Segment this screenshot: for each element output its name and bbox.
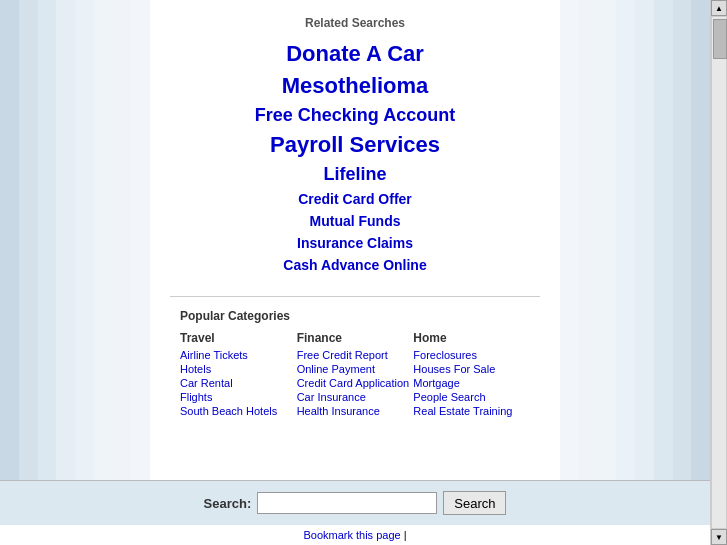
categories-grid: Travel Airline Tickets Hotels Car Rental… xyxy=(180,331,530,419)
category-col-travel: Travel Airline Tickets Hotels Car Rental… xyxy=(180,331,297,419)
link-car-rental[interactable]: Car Rental xyxy=(180,377,297,389)
popular-categories-title: Popular Categories xyxy=(180,309,530,323)
scroll-track[interactable] xyxy=(711,16,727,529)
stripe-r1 xyxy=(560,0,579,480)
related-searches-heading: Related Searches xyxy=(305,16,405,30)
category-heading-travel: Travel xyxy=(180,331,297,345)
link-health-insurance[interactable]: Health Insurance xyxy=(297,405,414,417)
stripe-6 xyxy=(94,0,113,480)
page-container: Related Searches Donate A Car Mesothelio… xyxy=(0,0,727,545)
related-link-donate-a-car[interactable]: Donate A Car xyxy=(286,41,424,67)
link-flights[interactable]: Flights xyxy=(180,391,297,403)
center-content: Related Searches Donate A Car Mesothelio… xyxy=(150,0,560,480)
link-south-beach-hotels[interactable]: South Beach Hotels xyxy=(180,405,297,417)
scroll-up-button[interactable]: ▲ xyxy=(711,0,727,16)
search-label: Search: xyxy=(204,496,252,511)
related-link-payroll-services[interactable]: Payroll Services xyxy=(270,132,440,158)
related-link-credit-card-offer[interactable]: Credit Card Offer xyxy=(298,191,412,207)
link-houses-for-sale[interactable]: Houses For Sale xyxy=(413,363,530,375)
link-hotels[interactable]: Hotels xyxy=(180,363,297,375)
related-link-cash-advance-online[interactable]: Cash Advance Online xyxy=(283,257,426,273)
category-col-finance: Finance Free Credit Report Online Paymen… xyxy=(297,331,414,419)
right-stripes xyxy=(560,0,710,480)
page-main: Related Searches Donate A Car Mesothelio… xyxy=(0,0,710,545)
link-people-search[interactable]: People Search xyxy=(413,391,530,403)
stripe-r6 xyxy=(654,0,673,480)
link-car-insurance[interactable]: Car Insurance xyxy=(297,391,414,403)
link-real-estate-training[interactable]: Real Estate Training xyxy=(413,405,530,417)
left-stripes xyxy=(0,0,150,480)
stripe-r7 xyxy=(673,0,692,480)
stripe-4 xyxy=(56,0,75,480)
stripe-8 xyxy=(131,0,150,480)
stripe-1 xyxy=(0,0,19,480)
bookmark-bar: Bookmark this page | xyxy=(0,525,710,545)
related-link-mutual-funds[interactable]: Mutual Funds xyxy=(310,213,401,229)
link-mortgage[interactable]: Mortgage xyxy=(413,377,530,389)
search-button[interactable]: Search xyxy=(443,491,506,515)
bookmark-link[interactable]: Bookmark this page xyxy=(303,529,400,541)
related-link-insurance-claims[interactable]: Insurance Claims xyxy=(297,235,413,251)
link-foreclosures[interactable]: Foreclosures xyxy=(413,349,530,361)
stripe-7 xyxy=(113,0,132,480)
bookmark-separator: | xyxy=(404,529,407,541)
scroll-down-button[interactable]: ▼ xyxy=(711,529,727,545)
stripe-r2 xyxy=(579,0,598,480)
related-searches-list: Donate A Car Mesothelioma Free Checking … xyxy=(170,38,540,276)
category-heading-home: Home xyxy=(413,331,530,345)
stripe-r5 xyxy=(635,0,654,480)
stripe-3 xyxy=(38,0,57,480)
stripe-2 xyxy=(19,0,38,480)
link-airline-tickets[interactable]: Airline Tickets xyxy=(180,349,297,361)
main-wrapper: Related Searches Donate A Car Mesothelio… xyxy=(0,0,710,480)
related-link-free-checking[interactable]: Free Checking Account xyxy=(255,105,455,126)
link-free-credit-report[interactable]: Free Credit Report xyxy=(297,349,414,361)
scrollbar[interactable]: ▲ ▼ xyxy=(710,0,727,545)
search-input[interactable] xyxy=(257,492,437,514)
stripe-r4 xyxy=(616,0,635,480)
category-heading-finance: Finance xyxy=(297,331,414,345)
link-online-payment[interactable]: Online Payment xyxy=(297,363,414,375)
stripe-5 xyxy=(75,0,94,480)
category-col-home: Home Foreclosures Houses For Sale Mortga… xyxy=(413,331,530,419)
scroll-thumb[interactable] xyxy=(713,19,727,59)
stripe-r3 xyxy=(598,0,617,480)
link-credit-card-application[interactable]: Credit Card Application xyxy=(297,377,414,389)
related-link-lifeline[interactable]: Lifeline xyxy=(323,164,386,185)
stripe-r8 xyxy=(691,0,710,480)
search-bar: Search: Search xyxy=(0,480,710,525)
divider xyxy=(170,296,540,297)
related-link-mesothelioma[interactable]: Mesothelioma xyxy=(282,73,429,99)
popular-categories-section: Popular Categories Travel Airline Ticket… xyxy=(170,309,540,419)
